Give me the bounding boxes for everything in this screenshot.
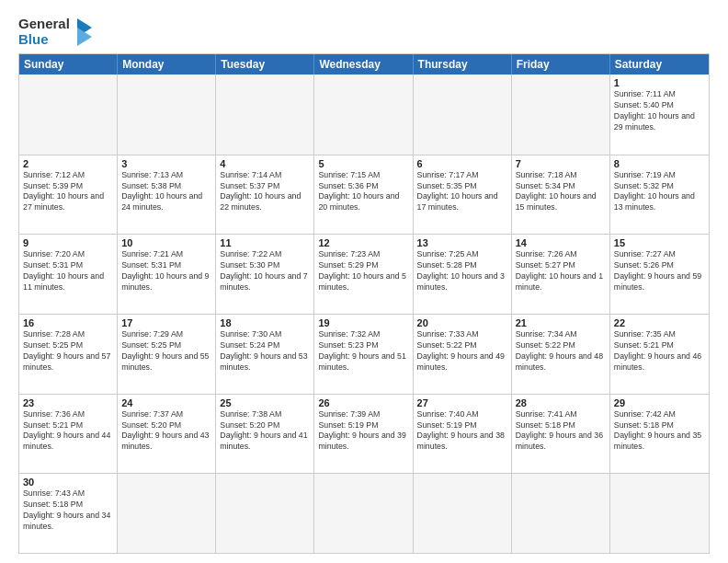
calendar-cell bbox=[512, 474, 610, 553]
calendar-cell bbox=[118, 75, 216, 155]
day-info: Sunrise: 7:40 AM Sunset: 5:19 PM Dayligh… bbox=[417, 409, 507, 454]
calendar-cell bbox=[414, 75, 512, 155]
day-number: 16 bbox=[23, 317, 113, 328]
weekday-header: Saturday bbox=[610, 54, 709, 75]
calendar-cell: 1Sunrise: 7:11 AM Sunset: 5:40 PM Daylig… bbox=[610, 75, 709, 155]
day-info: Sunrise: 7:32 AM Sunset: 5:23 PM Dayligh… bbox=[318, 329, 408, 373]
day-number: 12 bbox=[318, 237, 408, 248]
calendar-row: 9Sunrise: 7:20 AM Sunset: 5:31 PM Daylig… bbox=[19, 234, 709, 314]
day-number: 7 bbox=[516, 158, 606, 169]
calendar-cell bbox=[512, 75, 610, 155]
calendar-cell: 6Sunrise: 7:17 AM Sunset: 5:35 PM Daylig… bbox=[414, 155, 512, 235]
day-number: 20 bbox=[417, 317, 507, 328]
day-info: Sunrise: 7:12 AM Sunset: 5:39 PM Dayligh… bbox=[23, 170, 113, 214]
logo: GeneralBlue bbox=[18, 15, 97, 48]
day-number: 21 bbox=[516, 317, 606, 328]
header: GeneralBlue bbox=[18, 15, 710, 48]
calendar-cell: 7Sunrise: 7:18 AM Sunset: 5:34 PM Daylig… bbox=[512, 155, 610, 235]
day-number: 29 bbox=[614, 397, 705, 408]
day-info: Sunrise: 7:21 AM Sunset: 5:31 PM Dayligh… bbox=[121, 249, 211, 293]
calendar-cell: 14Sunrise: 7:26 AM Sunset: 5:27 PM Dayli… bbox=[512, 235, 610, 314]
day-info: Sunrise: 7:20 AM Sunset: 5:31 PM Dayligh… bbox=[23, 249, 113, 293]
weekday-header: Sunday bbox=[19, 54, 118, 75]
calendar-cell: 9Sunrise: 7:20 AM Sunset: 5:31 PM Daylig… bbox=[19, 235, 118, 314]
calendar-cell: 19Sunrise: 7:32 AM Sunset: 5:23 PM Dayli… bbox=[314, 315, 413, 394]
day-number: 9 bbox=[23, 237, 113, 248]
day-info: Sunrise: 7:41 AM Sunset: 5:18 PM Dayligh… bbox=[516, 409, 606, 454]
day-info: Sunrise: 7:37 AM Sunset: 5:20 PM Dayligh… bbox=[121, 409, 211, 454]
calendar-cell: 23Sunrise: 7:36 AM Sunset: 5:21 PM Dayli… bbox=[19, 395, 118, 474]
calendar-cell: 27Sunrise: 7:40 AM Sunset: 5:19 PM Dayli… bbox=[414, 395, 512, 474]
calendar-cell: 10Sunrise: 7:21 AM Sunset: 5:31 PM Dayli… bbox=[118, 235, 216, 314]
calendar-cell: 24Sunrise: 7:37 AM Sunset: 5:20 PM Dayli… bbox=[118, 395, 216, 474]
day-number: 28 bbox=[516, 397, 606, 408]
day-info: Sunrise: 7:17 AM Sunset: 5:35 PM Dayligh… bbox=[417, 170, 507, 214]
day-info: Sunrise: 7:26 AM Sunset: 5:27 PM Dayligh… bbox=[516, 249, 606, 293]
day-info: Sunrise: 7:28 AM Sunset: 5:25 PM Dayligh… bbox=[23, 329, 113, 373]
day-info: Sunrise: 7:34 AM Sunset: 5:22 PM Dayligh… bbox=[516, 329, 606, 373]
calendar-cell bbox=[118, 474, 216, 553]
day-number: 18 bbox=[220, 317, 310, 328]
day-info: Sunrise: 7:33 AM Sunset: 5:22 PM Dayligh… bbox=[417, 329, 507, 373]
day-info: Sunrise: 7:22 AM Sunset: 5:30 PM Dayligh… bbox=[220, 249, 310, 293]
calendar-cell: 15Sunrise: 7:27 AM Sunset: 5:26 PM Dayli… bbox=[610, 235, 709, 314]
day-info: Sunrise: 7:15 AM Sunset: 5:36 PM Dayligh… bbox=[318, 170, 408, 214]
calendar-cell: 21Sunrise: 7:34 AM Sunset: 5:22 PM Dayli… bbox=[512, 315, 610, 394]
day-number: 22 bbox=[614, 317, 705, 328]
day-number: 10 bbox=[121, 237, 211, 248]
calendar-row: 30Sunrise: 7:43 AM Sunset: 5:18 PM Dayli… bbox=[19, 473, 709, 553]
calendar-cell: 13Sunrise: 7:25 AM Sunset: 5:28 PM Dayli… bbox=[414, 235, 512, 314]
calendar-cell: 5Sunrise: 7:15 AM Sunset: 5:36 PM Daylig… bbox=[314, 155, 413, 235]
calendar-cell: 18Sunrise: 7:30 AM Sunset: 5:24 PM Dayli… bbox=[216, 315, 314, 394]
weekday-header: Thursday bbox=[414, 54, 512, 75]
calendar-cell: 4Sunrise: 7:14 AM Sunset: 5:37 PM Daylig… bbox=[216, 155, 314, 235]
calendar-cell: 3Sunrise: 7:13 AM Sunset: 5:38 PM Daylig… bbox=[118, 155, 216, 235]
day-number: 2 bbox=[23, 158, 113, 169]
calendar-cell: 22Sunrise: 7:35 AM Sunset: 5:21 PM Dayli… bbox=[610, 315, 709, 394]
day-number: 26 bbox=[318, 397, 408, 408]
weekday-header: Tuesday bbox=[216, 54, 314, 75]
day-number: 19 bbox=[318, 317, 408, 328]
day-number: 15 bbox=[614, 237, 705, 248]
calendar-body: 1Sunrise: 7:11 AM Sunset: 5:40 PM Daylig… bbox=[19, 75, 709, 553]
day-info: Sunrise: 7:29 AM Sunset: 5:25 PM Dayligh… bbox=[121, 329, 211, 373]
calendar-cell: 12Sunrise: 7:23 AM Sunset: 5:29 PM Dayli… bbox=[314, 235, 413, 314]
day-number: 3 bbox=[121, 158, 211, 169]
calendar-cell: 29Sunrise: 7:42 AM Sunset: 5:18 PM Dayli… bbox=[610, 395, 709, 474]
day-info: Sunrise: 7:11 AM Sunset: 5:40 PM Dayligh… bbox=[614, 89, 705, 133]
calendar-cell bbox=[216, 474, 314, 553]
calendar-cell bbox=[414, 474, 512, 553]
day-number: 5 bbox=[318, 158, 408, 169]
calendar-cell: 8Sunrise: 7:19 AM Sunset: 5:32 PM Daylig… bbox=[610, 155, 709, 235]
calendar-cell: 20Sunrise: 7:33 AM Sunset: 5:22 PM Dayli… bbox=[414, 315, 512, 394]
calendar-cell bbox=[216, 75, 314, 155]
calendar-row: 2Sunrise: 7:12 AM Sunset: 5:39 PM Daylig… bbox=[19, 155, 709, 235]
day-number: 13 bbox=[417, 237, 507, 248]
day-number: 27 bbox=[417, 397, 507, 408]
logo-icon: GeneralBlue bbox=[18, 15, 97, 48]
day-info: Sunrise: 7:13 AM Sunset: 5:38 PM Dayligh… bbox=[121, 170, 211, 214]
calendar-cell: 25Sunrise: 7:38 AM Sunset: 5:20 PM Dayli… bbox=[216, 395, 314, 474]
logo-triangle-icon bbox=[72, 15, 97, 48]
day-info: Sunrise: 7:30 AM Sunset: 5:24 PM Dayligh… bbox=[220, 329, 310, 373]
weekday-header: Friday bbox=[512, 54, 610, 75]
day-number: 4 bbox=[220, 158, 310, 169]
calendar-cell: 11Sunrise: 7:22 AM Sunset: 5:30 PM Dayli… bbox=[216, 235, 314, 314]
day-number: 1 bbox=[614, 77, 705, 88]
day-number: 23 bbox=[23, 397, 113, 408]
day-number: 6 bbox=[417, 158, 507, 169]
day-number: 24 bbox=[121, 397, 211, 408]
calendar-cell: 26Sunrise: 7:39 AM Sunset: 5:19 PM Dayli… bbox=[314, 395, 413, 474]
day-number: 17 bbox=[121, 317, 211, 328]
calendar-row: 16Sunrise: 7:28 AM Sunset: 5:25 PM Dayli… bbox=[19, 314, 709, 394]
calendar-cell bbox=[314, 75, 413, 155]
day-info: Sunrise: 7:39 AM Sunset: 5:19 PM Dayligh… bbox=[318, 409, 408, 454]
calendar-cell: 17Sunrise: 7:29 AM Sunset: 5:25 PM Dayli… bbox=[118, 315, 216, 394]
day-info: Sunrise: 7:42 AM Sunset: 5:18 PM Dayligh… bbox=[614, 409, 705, 454]
calendar-row: 1Sunrise: 7:11 AM Sunset: 5:40 PM Daylig… bbox=[19, 75, 709, 155]
day-number: 30 bbox=[23, 477, 113, 488]
day-info: Sunrise: 7:25 AM Sunset: 5:28 PM Dayligh… bbox=[417, 249, 507, 293]
page: GeneralBlue SundayMondayTuesdayWednesday… bbox=[0, 0, 728, 563]
calendar-row: 23Sunrise: 7:36 AM Sunset: 5:21 PM Dayli… bbox=[19, 394, 709, 474]
day-info: Sunrise: 7:36 AM Sunset: 5:21 PM Dayligh… bbox=[23, 409, 113, 454]
